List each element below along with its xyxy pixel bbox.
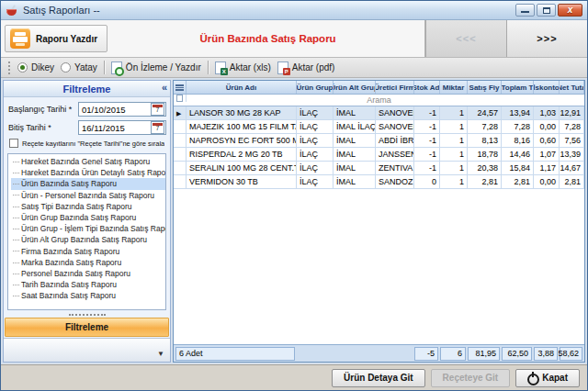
pdf-export-icon: P: [277, 61, 288, 74]
table-cell: -1: [414, 148, 440, 161]
row-indicator-cell: [174, 148, 187, 161]
table-cell: 7,28: [502, 120, 534, 133]
orientation-horizontal-radio[interactable]: Yatay: [61, 62, 97, 73]
close-icon: x: [559, 5, 582, 16]
table-cell: İLAÇ: [297, 148, 334, 161]
calendar-icon[interactable]: [151, 121, 164, 134]
report-list: Hareket Bazında Genel Satış RaporuHareke…: [7, 153, 166, 310]
minimize-button[interactable]: [515, 4, 535, 17]
orientation-vertical-radio[interactable]: Dikey: [17, 62, 54, 73]
excel-export-icon: X: [215, 61, 226, 74]
end-date-input[interactable]: 16/11/2015: [78, 120, 166, 135]
table-cell: JANSSEN: [376, 148, 414, 161]
footer-total: 62,50: [502, 347, 532, 361]
go-to-recipe-button[interactable]: Reçeteye Git: [431, 369, 511, 387]
maximize-button[interactable]: [537, 4, 556, 17]
grid-body: ▶LANSOR 30 MG 28 KAPİLAÇİMALSANOVEL-1124…: [174, 106, 584, 189]
report-list-item[interactable]: Tarih Bazında Satış Raporu: [11, 279, 165, 290]
table-cell: 24,57: [468, 106, 502, 119]
table-cell: ABDİ İBRA: [376, 134, 414, 147]
close-form-button[interactable]: Kapat: [515, 369, 580, 387]
row-indicator-cell: [174, 120, 187, 133]
calendar-icon[interactable]: [151, 103, 164, 116]
table-row[interactable]: NAPROSYN EC FORT 500 MG 20 TBİLAÇİMALABD…: [174, 134, 584, 148]
report-list-item[interactable]: Personel Bazında Satış Raporu: [11, 268, 165, 279]
footer-gap: [296, 347, 413, 361]
report-list-item[interactable]: Hareket Bazında Genel Satış Raporu: [11, 156, 165, 167]
grid-search-row[interactable]: Arama: [174, 95, 584, 106]
report-list-item[interactable]: Satış Tipi Bazında Satış Raporu: [11, 201, 165, 212]
report-list-item[interactable]: Ürün - Personel Bazında Satış Raporu: [11, 190, 165, 201]
start-date-input[interactable]: 01/10/2015: [78, 102, 166, 117]
filter-panel-title: Filtreleme: [4, 84, 170, 95]
report-list-item[interactable]: Marka Bazında Satış Raporu: [11, 257, 165, 268]
table-row[interactable]: RISPERDAL 2 MG 20 TBİLAÇİMALJANSSEN-1118…: [174, 148, 584, 162]
print-report-button[interactable]: Raporu Yazdır: [5, 25, 107, 52]
report-title: Ürün Bazında Satış Raporu: [111, 20, 424, 57]
separator: [104, 61, 105, 74]
collapse-panel-button[interactable]: «: [162, 82, 167, 93]
export-xls-button[interactable]: X Aktar (xls): [215, 61, 271, 74]
table-cell: 12,91: [560, 106, 584, 119]
selected-row-marker-icon: ▶: [174, 106, 187, 119]
grid-header-row: Ürün AdıÜrün GrupÜrün Alt GrupÜretici Fi…: [174, 81, 584, 95]
column-header[interactable]: İskonto: [534, 81, 560, 94]
previous-report-button[interactable]: <<<: [425, 20, 506, 57]
column-header[interactable]: Net Tuta: [560, 81, 584, 94]
close-button[interactable]: x: [558, 4, 582, 17]
column-header[interactable]: Stok Adı: [414, 81, 440, 94]
table-cell: 0,60: [534, 134, 560, 147]
table-cell: -1: [414, 134, 440, 147]
report-list-item[interactable]: Ürün Alt Grup Bazında Satış Raporu: [11, 234, 165, 245]
print-preview-button[interactable]: Ön İzleme / Yazdır: [111, 61, 201, 74]
chevron-down-icon[interactable]: ▼: [157, 350, 164, 358]
close-form-label: Kapat: [542, 373, 568, 383]
go-to-product-detail-button[interactable]: Ürün Detaya Git: [332, 369, 425, 387]
table-cell: 1,03: [534, 106, 560, 119]
next-report-button[interactable]: >>>: [506, 20, 587, 57]
column-header[interactable]: Ürün Alt Grup: [334, 81, 376, 94]
table-cell: İMAL: [334, 175, 376, 188]
export-pdf-button[interactable]: P Aktar (pdf): [277, 61, 335, 74]
table-row[interactable]: MAJEZIK 100 MG 15 FILM TABLETİLAÇİMAL İL…: [174, 120, 584, 134]
print-preview-label: Ön İzleme / Yazdır: [126, 62, 201, 73]
column-header[interactable]: Ürün Adı: [187, 81, 297, 94]
sort-by-recipe-date-label: Reçete kayıtlarını "Reçete Tarihi"ne gör…: [22, 140, 164, 148]
table-cell: NAPROSYN EC FORT 500 MG 20 TB: [187, 134, 297, 147]
report-list-item[interactable]: Saat Bazında Satış Raporu: [11, 290, 165, 301]
report-list-item[interactable]: Ürün Bazında Satış Raporu: [11, 178, 165, 189]
filter-sidebar: Filtreleme « Başlangıç Tarihi * 01/10/20…: [3, 80, 171, 363]
column-header[interactable]: Üretici Firm: [376, 81, 414, 94]
mortar-pestle-icon: [6, 5, 18, 17]
column-header[interactable]: Satış Fiy: [468, 81, 502, 94]
table-cell: 18,78: [468, 148, 502, 161]
toolbar-grip[interactable]: [8, 61, 11, 74]
column-chooser-icon[interactable]: [174, 81, 187, 94]
orientation-vertical-label: Dikey: [31, 62, 54, 73]
table-cell: 7,28: [560, 120, 584, 133]
column-header[interactable]: Ürün Grup: [297, 81, 334, 94]
table-cell: 7,56: [560, 134, 584, 147]
column-header[interactable]: Miktar: [440, 81, 468, 94]
column-header[interactable]: Toplam T: [502, 81, 534, 94]
report-list-item[interactable]: Ürün Grup - İşlem Tipi Bazında Satış Rap…: [11, 223, 165, 234]
start-date-value: 01/10/2015: [79, 105, 151, 115]
table-row[interactable]: ▶LANSOR 30 MG 28 KAPİLAÇİMALSANOVEL-1124…: [174, 106, 584, 120]
table-cell: İLAÇ: [297, 162, 334, 174]
report-list-item[interactable]: Ürün Grup Bazında Satış Raporu: [11, 212, 165, 223]
bottom-action-bar: Ürün Detaya Git Reçeteye Git Kapat: [1, 364, 587, 390]
table-cell: RISPERDAL 2 MG 20 TB: [187, 148, 297, 161]
apply-filter-button[interactable]: Filtreleme: [5, 318, 169, 337]
report-list-item[interactable]: Hareket Bazında Ürün Detaylı Satış Rapor…: [11, 167, 165, 178]
table-cell: LANSOR 30 MG 28 KAP: [187, 106, 297, 119]
report-list-item[interactable]: Firma Bazında Satış Raporu: [11, 246, 165, 257]
table-cell: İLAÇ: [297, 134, 334, 147]
table-cell: SANDOZ: [376, 175, 414, 188]
table-cell: -1: [414, 162, 440, 174]
sort-by-recipe-date-checkbox[interactable]: [9, 139, 18, 148]
table-cell: -1: [414, 120, 440, 133]
table-cell: 1: [440, 106, 468, 119]
export-xls-label: Aktar (xls): [230, 62, 271, 73]
table-row[interactable]: VERMIDON 30 TBİLAÇİMALSANDOZ012,812,810,…: [174, 175, 584, 189]
table-row[interactable]: SERALIN 100 MG 28 CENT.TABLETİLAÇİMALZEN…: [174, 162, 584, 175]
